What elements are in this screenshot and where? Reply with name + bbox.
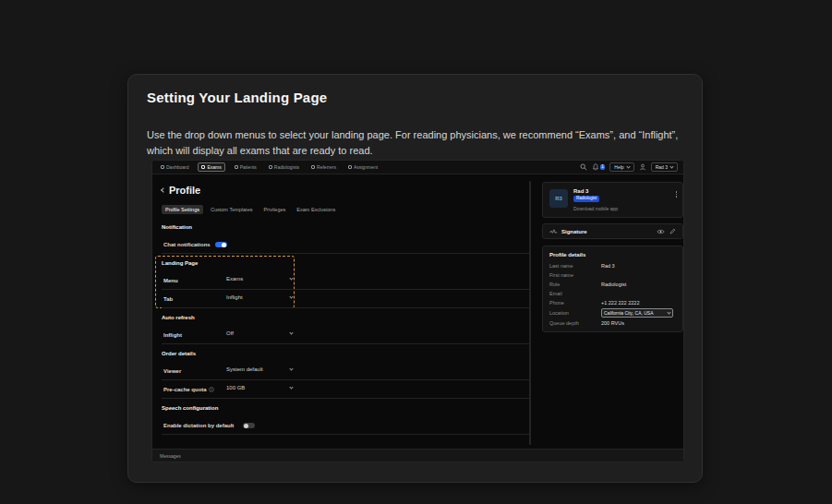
signature-icon <box>549 228 558 234</box>
detail-row-role: Role Radiologist <box>549 280 676 289</box>
chevron-down-icon <box>289 294 293 298</box>
eye-icon[interactable] <box>657 229 665 234</box>
profile-panel: R3 Rad 3 Radiologist Download mobile app… <box>542 174 684 449</box>
nav-tab-label: Referrers <box>317 164 336 170</box>
chevron-down-icon <box>669 164 673 168</box>
edit-icon[interactable] <box>669 228 676 234</box>
detail-row-queue-depth: Queue depth 200 RVUs <box>549 318 676 328</box>
nav-tab-radiologists[interactable]: Radiologists <box>266 163 302 171</box>
dashboard-icon <box>161 165 164 169</box>
help-label: Help <box>614 164 623 170</box>
nav-tab-assignment[interactable]: Assignment <box>345 163 380 171</box>
precache-label: Pre-cache quota <box>163 387 214 392</box>
detail-label: Email <box>549 291 601 296</box>
nav-tab-label: Dashboard <box>166 164 188 170</box>
dictation-toggle[interactable] <box>243 423 255 428</box>
user-icon[interactable] <box>639 163 646 171</box>
detail-label: Queue depth <box>549 320 601 326</box>
detail-label: First name <box>549 272 601 278</box>
detail-row-location: Location California City, CA, USA <box>549 307 676 318</box>
location-select[interactable]: California City, CA, USA <box>601 308 673 318</box>
row-chat-notifications: Chat notifications <box>162 235 529 254</box>
nav-tab-label: Assignment <box>354 164 378 170</box>
scrollbar[interactable] <box>529 181 531 445</box>
profile-title: Profile <box>169 185 200 196</box>
detail-value: +1 222 222 2222 <box>601 300 639 306</box>
menu-label: Menu <box>163 278 178 283</box>
app-navbar: Dashboard Exams Patients Radiologists Re… <box>152 161 683 174</box>
notifications-button[interactable]: 1 <box>592 163 606 171</box>
chevron-down-icon <box>289 366 293 370</box>
detail-row-phone: Phone +1 222 222 2222 <box>549 298 676 307</box>
tab-exam-exclusions[interactable]: Exam Exclusions <box>293 205 339 214</box>
viewer-select-value: System default <box>226 366 263 372</box>
nav-tab-patients[interactable]: Patients <box>232 163 259 171</box>
viewer-select[interactable]: System default <box>226 366 293 372</box>
detail-label: Location <box>549 310 601 316</box>
avatar: R3 <box>549 189 568 208</box>
tab-select-value: Inflight <box>226 294 243 300</box>
inflight-select[interactable]: Off <box>226 330 293 336</box>
menu-select[interactable]: Exams <box>226 276 293 282</box>
doc-description-line1: Use the drop down menus to select your l… <box>147 129 678 140</box>
chevron-down-icon <box>289 385 293 389</box>
bell-icon <box>592 163 599 171</box>
chat-notifications-toggle[interactable] <box>215 242 227 247</box>
location-value: California City, CA, USA <box>604 310 654 316</box>
tab-select[interactable]: Inflight <box>226 294 293 300</box>
signature-card: Signature <box>542 223 683 239</box>
section-speech-configuration: Speech configuration <box>162 399 529 416</box>
detail-row-first-name: First name <box>549 270 676 280</box>
user-menu-label: Rad 3 <box>656 164 668 170</box>
help-button[interactable]: Help <box>609 162 633 172</box>
landing-page-section: Landing Page Menu Exams Tab Inflight <box>162 254 529 308</box>
detail-value: Rad 3 <box>601 263 615 269</box>
detail-row-email: Email <box>549 289 676 298</box>
app-screenshot: Dashboard Exams Patients Radiologists Re… <box>151 160 684 462</box>
detail-label: Role <box>549 282 601 287</box>
precache-select[interactable]: 100 GB <box>226 385 293 390</box>
navbar-right: 1 Help Rad 3 <box>580 162 678 172</box>
referrers-icon <box>311 165 315 169</box>
nav-tab-dashboard[interactable]: Dashboard <box>158 163 191 171</box>
messages-bar[interactable]: Messages <box>152 449 683 462</box>
user-name: Rad 3 <box>573 188 588 194</box>
detail-value: 200 RVUs <box>601 320 624 326</box>
chevron-down-icon <box>289 276 293 280</box>
row-precache-quota: Pre-cache quota 100 GB <box>162 380 529 399</box>
user-card: R3 Rad 3 Radiologist Download mobile app <box>542 182 683 218</box>
tab-custom-templates[interactable]: Custom Templates <box>207 205 256 214</box>
precache-label-text: Pre-cache quota <box>163 387 207 392</box>
nav-tab-label: Exams <box>207 164 221 170</box>
row-inflight-refresh: Inflight Off <box>162 326 529 344</box>
profile-details-card: Profile details Last name Rad 3 First na… <box>542 246 683 332</box>
chevron-down-icon <box>289 330 293 334</box>
tab-privileges[interactable]: Privileges <box>259 205 289 214</box>
profile-tabs: Profile Settings Custom Templates Privil… <box>162 204 529 215</box>
row-viewer: Viewer System default <box>162 362 529 380</box>
user-menu-button[interactable]: Rad 3 <box>651 162 678 172</box>
row-enable-dictation: Enable dictation by default <box>162 416 529 435</box>
inflight-label: Inflight <box>163 332 182 338</box>
search-icon[interactable] <box>580 163 587 171</box>
section-notification: Notification <box>162 218 529 235</box>
section-order-details: Order details <box>162 344 529 362</box>
chat-notifications-label: Chat notifications <box>163 242 211 247</box>
menu-select-value: Exams <box>226 276 243 282</box>
tab-profile-settings[interactable]: Profile Settings <box>162 205 203 214</box>
nav-tab-label: Radiologists <box>274 164 299 170</box>
info-icon[interactable] <box>209 387 214 392</box>
section-landing-page: Landing Page <box>162 254 529 271</box>
nav-tab-label: Patients <box>240 164 257 170</box>
nav-tab-referrers[interactable]: Referrers <box>308 163 339 171</box>
page-title: Setting Your Landing Page <box>147 90 327 105</box>
kebab-menu-icon[interactable] <box>676 190 678 198</box>
detail-label: Last name <box>549 263 601 269</box>
section-auto-refresh: Auto refresh <box>162 308 529 326</box>
back-icon[interactable] <box>161 187 166 193</box>
download-mobile-app-link[interactable]: Download mobile app <box>573 206 618 211</box>
doc-description-line2: which will display all exams that are re… <box>147 145 373 156</box>
doc-card: Setting Your Landing Page Use the drop d… <box>127 74 703 483</box>
profile-settings-content: Profile Profile Settings Custom Template… <box>162 174 529 435</box>
nav-tab-exams[interactable]: Exams <box>198 162 224 172</box>
